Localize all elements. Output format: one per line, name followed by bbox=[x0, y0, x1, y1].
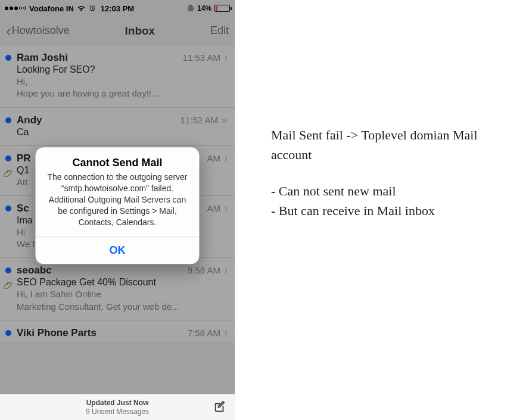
annotation-bullet: - But can receive in Mail inbox bbox=[271, 201, 508, 220]
navbar: ‹ Howtoisolve Inbox Edit bbox=[0, 17, 235, 45]
chevron-right-icon: › bbox=[224, 202, 228, 214]
chevron-left-icon: ‹ bbox=[6, 23, 11, 39]
chevron-right-icon: › bbox=[224, 152, 228, 164]
chevron-right-icon: › bbox=[224, 264, 228, 276]
footer-status: Updated Just Now 9 Unsent Messages bbox=[86, 399, 149, 416]
message-from: Ram Joshi bbox=[17, 52, 68, 64]
paperclip-icon bbox=[4, 169, 13, 177]
message-from: seoabc bbox=[17, 265, 52, 276]
edit-button[interactable]: Edit bbox=[210, 24, 229, 37]
alert-ok-button[interactable]: OK bbox=[36, 237, 200, 264]
alert-title: Cannot Send Mail bbox=[36, 148, 200, 172]
message-row[interactable]: Ram Joshi 11:53 AM› Looking For SEO? Hi,… bbox=[0, 45, 235, 108]
message-time: 9:58 AM› bbox=[188, 264, 228, 276]
mail-toolbar: Updated Just Now 9 Unsent Messages bbox=[0, 394, 235, 420]
phone-screenshot: Vodafone IN 12:03 PM 14% ‹ Howtoisolve I… bbox=[0, 0, 235, 420]
unread-dot-icon bbox=[5, 117, 11, 123]
unread-dot-icon bbox=[5, 206, 11, 211]
chevron-right-icon: › bbox=[224, 326, 228, 339]
message-preview: Hi, I am Sahin OnlineMarketing Consultan… bbox=[17, 288, 228, 313]
message-time: 11:52 AM» bbox=[180, 114, 228, 126]
status-time: 12:03 PM bbox=[0, 4, 235, 13]
unread-dot-icon bbox=[5, 55, 11, 61]
alert-dialog: Cannot Send Mail The connection to the o… bbox=[36, 148, 200, 264]
annotation-bullet: - Can not sent new mail bbox=[271, 181, 508, 201]
unread-dot-icon bbox=[5, 267, 11, 273]
alert-body: The connection to the outgoing server “s… bbox=[36, 172, 200, 237]
message-time: AM› bbox=[207, 202, 228, 214]
chevron-right-icon: › bbox=[224, 51, 228, 64]
annotation-heading: Mail Sent fail -> Toplevel domian Mail a… bbox=[271, 125, 508, 164]
unread-dot-icon bbox=[5, 330, 11, 336]
message-subject: SEO Package Get 40% Discount bbox=[17, 277, 228, 288]
message-subject: Ca bbox=[17, 127, 228, 138]
chevron-double-right-icon: » bbox=[222, 114, 228, 126]
back-button[interactable]: ‹ Howtoisolve bbox=[6, 23, 70, 39]
message-time: 7:58 AM› bbox=[188, 326, 228, 339]
status-bar: Vodafone IN 12:03 PM 14% bbox=[0, 0, 235, 17]
message-from: PR bbox=[17, 153, 31, 164]
back-label: Howtoisolve bbox=[12, 24, 70, 37]
battery-icon bbox=[214, 5, 230, 12]
message-row[interactable]: Andy 11:52 AM» Ca bbox=[0, 108, 235, 146]
message-row[interactable]: seoabc 9:58 AM› SEO Package Get 40% Disc… bbox=[0, 258, 235, 321]
message-row[interactable]: Viki Phone Parts 7:58 AM› bbox=[0, 321, 235, 343]
unread-dot-icon bbox=[5, 155, 11, 161]
annotation-pane: Mail Sent fail -> Toplevel domian Mail a… bbox=[235, 0, 526, 420]
navbar-title: Inbox bbox=[125, 24, 155, 38]
message-from: Andy bbox=[17, 114, 42, 126]
message-subject: Looking For SEO? bbox=[17, 64, 228, 75]
paperclip-icon bbox=[4, 281, 13, 289]
message-time: 11:53 AM› bbox=[183, 51, 228, 64]
message-from: Sc bbox=[17, 203, 29, 214]
message-preview: Hi,Hope you are having a great day!!... bbox=[17, 76, 228, 100]
message-from: Viki Phone Parts bbox=[17, 327, 97, 339]
compose-icon[interactable] bbox=[213, 400, 226, 413]
message-time: AM› bbox=[207, 152, 228, 164]
